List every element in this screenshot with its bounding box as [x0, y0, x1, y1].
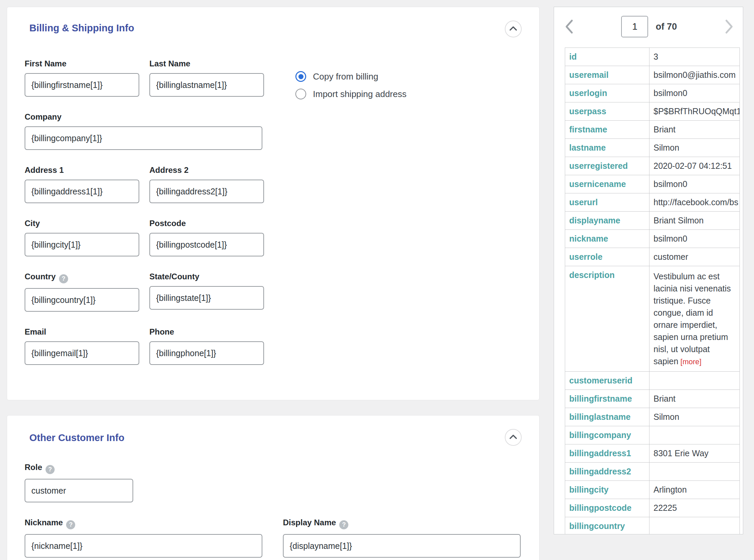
- chevron-left-icon: [564, 30, 574, 35]
- table-row: userpass$P$BRfThRUOqQMqt1: [565, 102, 740, 121]
- table-row: lastnameSilmon: [565, 139, 740, 157]
- field-label: Address 2: [149, 165, 264, 175]
- nickname-input[interactable]: [25, 534, 262, 558]
- table-row: billingpostcode22225: [565, 499, 740, 517]
- table-row: id3: [565, 48, 740, 66]
- country-input[interactable]: [25, 288, 139, 312]
- previous-record-button[interactable]: [564, 19, 574, 34]
- row-key: description: [565, 266, 650, 372]
- other-collapse-button[interactable]: [505, 429, 522, 446]
- field-last-name: Last Name: [149, 59, 264, 97]
- field-label: Nickname?: [25, 518, 262, 529]
- next-record-button[interactable]: [725, 19, 734, 34]
- record-count-label: of 70: [656, 22, 677, 32]
- row-value: 2020-02-07 04:12:51: [650, 157, 740, 175]
- row-key: firstname: [565, 121, 650, 139]
- row-value: [650, 463, 740, 481]
- display-name-input[interactable]: [283, 534, 521, 558]
- email-input[interactable]: [25, 341, 139, 365]
- row-value: bsilmon0: [650, 84, 740, 102]
- field-country: Country?: [25, 272, 139, 312]
- state-input[interactable]: [149, 286, 264, 309]
- field-label: Phone: [149, 327, 264, 337]
- address1-input[interactable]: [25, 180, 139, 203]
- table-row: useremailbsilmon0@jiathis.com: [565, 66, 740, 84]
- chevron-right-icon: [725, 30, 734, 35]
- first-name-input[interactable]: [25, 73, 139, 97]
- table-row: billingcountry: [565, 517, 740, 535]
- radio-import-shipping-address[interactable]: Import shipping address: [295, 88, 406, 99]
- row-key: nickname: [565, 230, 650, 248]
- help-icon[interactable]: ?: [45, 465, 55, 474]
- table-row: billingcityArlington: [565, 481, 740, 499]
- row-value: 22225: [650, 499, 740, 517]
- postcode-input[interactable]: [149, 233, 264, 256]
- billing-panel-title: Billing & Shipping Info: [29, 22, 520, 34]
- field-label: Company: [25, 112, 262, 122]
- row-value: [650, 426, 740, 444]
- field-address2: Address 2: [149, 165, 264, 203]
- row-key: billingcompany: [565, 426, 650, 444]
- row-value: $P$BRfThRUOqQMqt1: [650, 102, 740, 121]
- chevron-up-icon: [509, 434, 517, 440]
- row-value: bsilmon0@jiathis.com: [650, 66, 740, 84]
- table-row: billingcompany: [565, 426, 740, 444]
- field-email: Email: [25, 327, 139, 365]
- record-preview-panel: of 70 id3useremailbsilmon0@jiathis.comus…: [554, 7, 743, 534]
- row-key: userrole: [565, 248, 650, 266]
- city-input[interactable]: [25, 233, 139, 256]
- field-company: Company: [25, 112, 262, 150]
- more-link[interactable]: [more]: [678, 358, 701, 366]
- field-address1: Address 1: [25, 165, 139, 203]
- field-postcode: Postcode: [149, 219, 264, 256]
- last-name-input[interactable]: [149, 73, 264, 97]
- phone-input[interactable]: [149, 341, 264, 365]
- field-label: Display Name?: [283, 518, 521, 529]
- row-key: id: [565, 48, 650, 66]
- role-input[interactable]: [25, 479, 133, 502]
- radio-label: Import shipping address: [313, 89, 406, 99]
- row-key: billingcity: [565, 481, 650, 499]
- row-key: userlogin: [565, 84, 650, 102]
- table-row: billingaddress2: [565, 463, 740, 481]
- preview-table-body: id3useremailbsilmon0@jiathis.comuserlogi…: [565, 48, 740, 535]
- help-icon[interactable]: ?: [59, 274, 68, 283]
- row-key: usernicename: [565, 175, 650, 194]
- field-display-name: Display Name?: [283, 518, 521, 558]
- radio-unselected-icon: [295, 88, 306, 99]
- field-label: Role?: [25, 463, 133, 474]
- field-label: City: [25, 219, 139, 228]
- field-label: First Name: [25, 59, 139, 68]
- row-key: billingfirstname: [565, 390, 650, 408]
- table-row: userurlhttp://facebook.com/bs: [565, 194, 740, 212]
- row-value: Vestibulum ac est lacinia nisi venenatis…: [650, 266, 740, 372]
- table-row: descriptionVestibulum ac est lacinia nis…: [565, 266, 740, 372]
- row-value: [650, 517, 740, 535]
- field-label: Country?: [25, 272, 139, 283]
- row-key: displayname: [565, 212, 650, 230]
- row-value: Briant: [650, 390, 740, 408]
- table-row: billingfirstnameBriant: [565, 390, 740, 408]
- table-row: firstnameBriant: [565, 121, 740, 139]
- radio-copy-from-billing[interactable]: Copy from billing: [295, 71, 406, 82]
- table-row: customeruserid: [565, 372, 740, 390]
- row-value: 3: [650, 48, 740, 66]
- help-icon[interactable]: ?: [339, 520, 348, 529]
- table-row: userloginbsilmon0: [565, 84, 740, 102]
- help-icon[interactable]: ?: [66, 520, 75, 529]
- row-value: 8301 Erie Way: [650, 444, 740, 463]
- row-key: userpass: [565, 102, 650, 121]
- table-row: usernicenamebsilmon0: [565, 175, 740, 194]
- field-first-name: First Name: [25, 59, 139, 97]
- row-key: userregistered: [565, 157, 650, 175]
- row-key: billingaddress1: [565, 444, 650, 463]
- address2-input[interactable]: [149, 180, 264, 203]
- billing-collapse-button[interactable]: [505, 21, 522, 37]
- record-preview-table: id3useremailbsilmon0@jiathis.comuserlogi…: [565, 47, 740, 534]
- table-row: billinglastnameSilmon: [565, 408, 740, 426]
- company-input[interactable]: [25, 126, 262, 150]
- row-value: Briant: [650, 121, 740, 139]
- row-key: useremail: [565, 66, 650, 84]
- record-number-input[interactable]: [621, 16, 648, 37]
- radio-selected-icon: [295, 71, 306, 82]
